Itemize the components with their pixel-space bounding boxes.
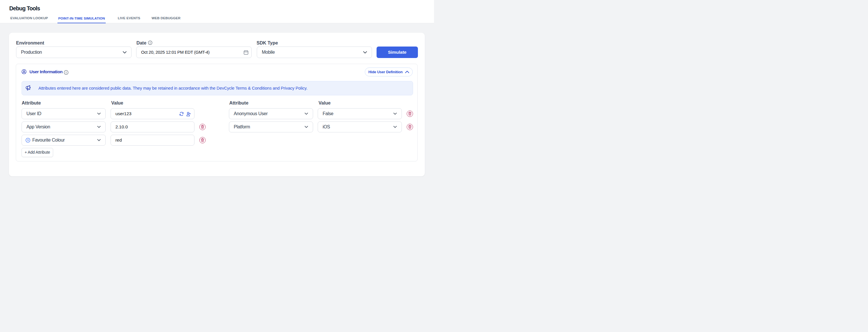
svg-text:S: S	[27, 139, 29, 142]
